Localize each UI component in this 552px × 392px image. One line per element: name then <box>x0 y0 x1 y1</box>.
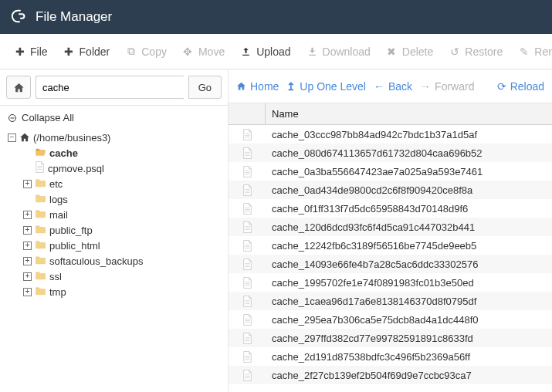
file-row[interactable]: cache_03ccc987bb84ad942c7bdc1b37a1d5af <box>229 125 552 144</box>
file-row[interactable]: cache_120d6dcd93fc6f4d5ca91c447032b441 <box>229 218 552 236</box>
file-icon <box>229 259 266 270</box>
tree-item-label: logs <box>49 194 68 205</box>
expander-icon[interactable]: + <box>23 272 32 281</box>
tree-item-label: mail <box>49 209 68 221</box>
folder-icon <box>35 286 46 298</box>
file-name: cache_0a3ba556647423ae7a025a9a593e7461 <box>266 166 483 177</box>
go-button[interactable]: Go <box>188 76 222 99</box>
tree-item[interactable]: logs <box>5 191 223 207</box>
tree-root[interactable]: − (/home/busines3) <box>5 130 223 145</box>
expander-icon[interactable]: + <box>23 257 32 265</box>
file-row[interactable]: cache_14093e66fe4b7a28c5ac6ddc33302576 <box>229 255 552 273</box>
new-folder-button[interactable]: ✚Folder <box>57 41 117 63</box>
grid-header: Name <box>229 103 552 125</box>
expander-blank <box>23 195 32 204</box>
new-file-button[interactable]: ✚File <box>8 41 54 63</box>
folder-icon <box>35 147 46 159</box>
tree-item[interactable]: +mail <box>5 207 223 222</box>
file-row[interactable]: cache_2f27cb139ef2b504f69d9e7ccbc93ca7 <box>229 366 552 384</box>
file-row[interactable]: cache_080d674113657d61732d804caa696b52 <box>229 144 552 162</box>
file-icon <box>229 277 266 289</box>
file-icon <box>229 370 266 381</box>
reload-icon: ⟳ <box>497 80 506 93</box>
file-name: cache_03ccc987bb84ad942c7bdc1b37a1d5af <box>266 129 477 140</box>
expander-icon[interactable]: + <box>23 242 32 250</box>
nav-back-button[interactable]: ←Back <box>374 80 412 93</box>
file-row[interactable]: cache_12242fb6c3189f56516be7745de9eeb5 <box>229 236 552 255</box>
file-row[interactable]: cache_2d191d87538bdfc3c496f5b2369a56ff <box>229 347 552 366</box>
tree-root-label: (/home/busines3) <box>33 132 110 144</box>
file-row[interactable]: cache_0ad434de9800cd2c6f8f909420ce8f8a <box>229 181 552 199</box>
nav-bar: Home ↥Up One Level ←Back →Forward ⟳Reloa… <box>229 69 552 103</box>
file-row[interactable]: cache_1995702fe1e74f0891983fc01b3e50ed <box>229 273 552 292</box>
back-icon: ← <box>374 80 384 93</box>
file-icon <box>229 221 266 233</box>
rename-icon: ✎ <box>518 46 530 58</box>
tree-item[interactable]: +softaculous_backups <box>5 253 223 269</box>
path-input[interactable] <box>36 76 184 99</box>
file-icon <box>229 314 266 326</box>
app-title: File Manager <box>36 9 112 25</box>
nav-up-button[interactable]: ↥Up One Level <box>286 80 366 93</box>
delete-button: ✖Delete <box>380 41 439 63</box>
file-name: cache_14093e66fe4b7a28c5ac6ddc33302576 <box>266 259 478 270</box>
sidebar: Go Collapse All − (/home/busines3) cache… <box>0 69 229 392</box>
folder-icon <box>35 225 46 236</box>
plus-icon: ✚ <box>14 46 25 58</box>
app-header: File Manager <box>0 0 552 34</box>
upload-icon <box>240 46 252 56</box>
tree-item[interactable]: +tmp <box>5 284 223 299</box>
forward-icon: → <box>420 80 431 93</box>
copy-button: ⧉Copy <box>119 40 173 63</box>
expander-icon[interactable]: + <box>23 180 32 188</box>
tree-item-label: cache <box>49 147 78 159</box>
expander-icon[interactable]: + <box>23 226 32 235</box>
file-name: cache_297ffd382cd77e99782591891c8633fd <box>266 333 473 344</box>
file-row[interactable]: cache_297ffd382cd77e99782591891c8633fd <box>229 329 552 347</box>
download-button: Download <box>300 41 377 63</box>
collapse-all-button[interactable]: Collapse All <box>0 106 228 130</box>
nav-home-button[interactable]: Home <box>236 80 279 93</box>
home-button[interactable] <box>6 76 31 99</box>
file-icon <box>229 147 266 159</box>
path-bar: Go <box>0 69 228 106</box>
tree-item[interactable]: +public_html <box>5 238 223 253</box>
tree-item[interactable]: cache <box>5 145 223 161</box>
tree-item[interactable]: +public_ftp <box>5 222 223 238</box>
tree-item-label: ssl <box>49 271 62 282</box>
file-row[interactable]: cache_0a3ba556647423ae7a025a9a593e7461 <box>229 162 552 181</box>
upload-button[interactable]: Upload <box>234 41 296 63</box>
grid-header-name-col[interactable]: Name <box>266 108 299 120</box>
tree-item[interactable]: +ssl <box>5 269 223 284</box>
tree-item-label: tmp <box>49 286 66 298</box>
home-icon <box>236 81 246 91</box>
file-icon <box>229 240 266 252</box>
file-row[interactable]: cache_295ea7b306ca5e75dcb8ad4a1dc448f0 <box>229 310 552 329</box>
expander-icon[interactable]: − <box>8 133 16 142</box>
delete-icon: ✖ <box>386 46 398 58</box>
folder-icon <box>35 194 46 205</box>
expander-icon[interactable]: + <box>23 211 32 219</box>
file-name: cache_2d191d87538bdfc3c496f5b2369a56ff <box>266 351 470 363</box>
file-name: cache_12242fb6c3189f56516be7745de9eeb5 <box>266 240 476 252</box>
tree-item[interactable]: +etc <box>5 176 223 191</box>
nav-reload-button[interactable]: ⟳Reload <box>497 80 544 93</box>
move-icon: ✥ <box>182 46 194 58</box>
home-icon <box>19 132 30 143</box>
nav-forward-button: →Forward <box>420 80 474 93</box>
restore-icon: ↺ <box>449 46 460 58</box>
content-panel: Home ↥Up One Level ←Back →Forward ⟳Reloa… <box>229 69 552 392</box>
folder-icon <box>35 240 46 252</box>
expander-icon[interactable]: + <box>23 288 32 296</box>
file-row[interactable]: cache_0f1ff313f7d5dc65958843d70148d9f6 <box>229 199 552 218</box>
tree-item[interactable]: cpmove.psql <box>5 161 223 176</box>
download-icon <box>306 46 318 56</box>
folder-icon <box>35 209 46 221</box>
file-name: cache_1caea96d17a6e8138146370d8f0795df <box>266 296 476 307</box>
grid-header-icon-col[interactable] <box>229 103 266 124</box>
toolbar: ✚File ✚Folder ⧉Copy ✥Move Upload Downloa… <box>0 34 552 69</box>
tree-item-label: etc <box>49 178 63 190</box>
file-row[interactable]: cache_1caea96d17a6e8138146370d8f0795df <box>229 292 552 310</box>
copy-icon: ⧉ <box>125 45 137 58</box>
file-name: cache_120d6dcd93fc6f4d5ca91c447032b441 <box>266 221 475 233</box>
